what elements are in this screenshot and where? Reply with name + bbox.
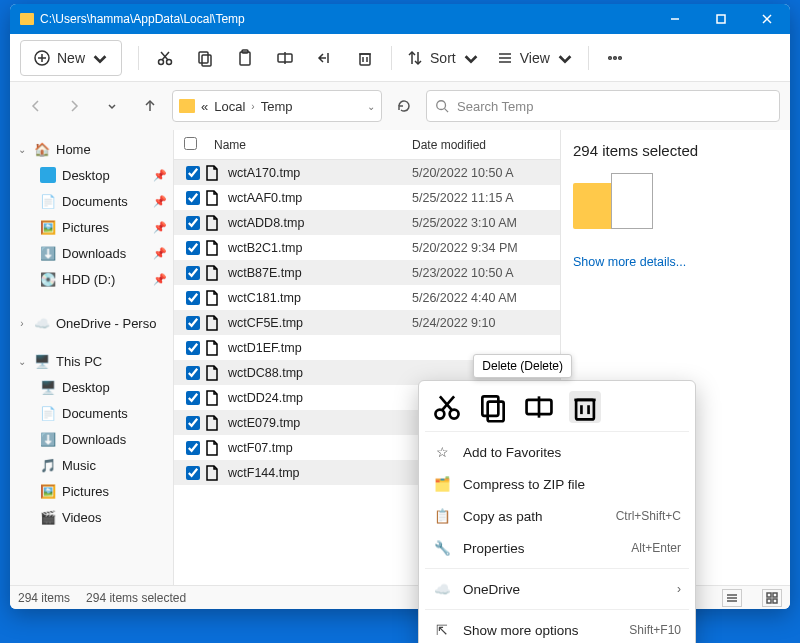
svg-point-30 (437, 101, 446, 110)
music-icon: 🎵 (40, 457, 56, 473)
context-menu: ☆Add to Favorites 🗂️Compress to ZIP file… (418, 380, 696, 643)
table-row[interactable]: wctCF5E.tmp 5/24/2022 9:10 (174, 310, 560, 335)
table-row[interactable]: wctB2C1.tmp 5/20/2022 9:34 PM (174, 235, 560, 260)
row-checkbox[interactable] (186, 441, 200, 455)
sidebar-item-documents[interactable]: 📄Documents📌 (10, 188, 173, 214)
file-icon (202, 215, 222, 231)
sidebar-item-pc-music[interactable]: 🎵Music (10, 452, 173, 478)
ctx-cut-button[interactable] (431, 391, 463, 423)
videos-icon: 🎬 (40, 509, 56, 525)
new-button[interactable]: New (20, 40, 122, 76)
pin-icon: 📌 (153, 221, 167, 234)
table-row[interactable]: wctADD8.tmp 5/25/2022 3:10 AM (174, 210, 560, 235)
maximize-button[interactable] (698, 4, 744, 34)
row-checkbox[interactable] (186, 266, 200, 280)
sidebar-item-pc-desktop[interactable]: 🖥️Desktop (10, 374, 173, 400)
search-input[interactable]: Search Temp (426, 90, 780, 122)
file-name: wctCF5E.tmp (222, 316, 412, 330)
folder-icon (179, 99, 195, 113)
cut-button[interactable] (145, 40, 185, 76)
file-name: wctAAF0.tmp (222, 191, 412, 205)
more-options-icon: ⇱ (433, 621, 451, 639)
row-checkbox[interactable] (186, 341, 200, 355)
file-name: wctE079.tmp (222, 416, 412, 430)
rename-button[interactable] (265, 40, 305, 76)
sidebar-item-pc-documents[interactable]: 📄Documents (10, 400, 173, 426)
more-button[interactable] (595, 40, 635, 76)
address-bar[interactable]: « Local › Temp ⌄ (172, 90, 382, 122)
svg-rect-43 (482, 396, 498, 416)
row-checkbox[interactable] (186, 166, 200, 180)
ctx-properties[interactable]: 🔧PropertiesAlt+Enter (425, 532, 689, 564)
row-checkbox[interactable] (186, 291, 200, 305)
file-name: wctB87E.tmp (222, 266, 412, 280)
up-button[interactable] (134, 90, 166, 122)
ctx-rename-button[interactable] (523, 391, 555, 423)
thumbnails-view-icon[interactable] (762, 589, 782, 607)
table-row[interactable]: wctB87E.tmp 5/23/2022 10:50 A (174, 260, 560, 285)
breadcrumb-current[interactable]: Temp (261, 99, 293, 114)
pc-icon: 🖥️ (34, 353, 50, 369)
minimize-button[interactable] (652, 4, 698, 34)
details-view-icon[interactable] (722, 589, 742, 607)
sidebar-item-thispc[interactable]: ⌄🖥️This PC (10, 348, 173, 374)
folder-icon (20, 13, 34, 25)
table-row[interactable]: wctAAF0.tmp 5/25/2022 11:15 A (174, 185, 560, 210)
close-button[interactable] (744, 4, 790, 34)
sidebar-item-downloads[interactable]: ⬇️Downloads📌 (10, 240, 173, 266)
row-checkbox[interactable] (186, 216, 200, 230)
pin-icon: 📌 (153, 247, 167, 260)
breadcrumb-parent[interactable]: Local (214, 99, 245, 114)
row-checkbox[interactable] (186, 391, 200, 405)
forward-button[interactable] (58, 90, 90, 122)
file-icon (202, 340, 222, 356)
ctx-add-favorites[interactable]: ☆Add to Favorites (425, 436, 689, 468)
row-checkbox[interactable] (186, 191, 200, 205)
row-checkbox[interactable] (186, 316, 200, 330)
copy-button[interactable] (185, 40, 225, 76)
column-name[interactable]: Name (208, 138, 412, 152)
show-more-details[interactable]: Show more details... (573, 255, 778, 269)
sort-button[interactable]: Sort (398, 40, 488, 76)
share-button[interactable] (305, 40, 345, 76)
sidebar-item-pc-pictures[interactable]: 🖼️Pictures (10, 478, 173, 504)
ctx-copy-button[interactable] (477, 391, 509, 423)
refresh-button[interactable] (388, 90, 420, 122)
chevron-down-icon[interactable]: ⌄ (367, 101, 375, 112)
back-button[interactable] (20, 90, 52, 122)
row-checkbox[interactable] (186, 416, 200, 430)
ctx-compress-zip[interactable]: 🗂️Compress to ZIP file (425, 468, 689, 500)
sidebar-item-pc-videos[interactable]: 🎬Videos (10, 504, 173, 530)
file-date: 5/25/2022 3:10 AM (412, 216, 560, 230)
column-date[interactable]: Date modified (412, 138, 560, 152)
delete-button[interactable] (345, 40, 385, 76)
sidebar-item-desktop[interactable]: Desktop📌 (10, 162, 173, 188)
ctx-show-more[interactable]: ⇱Show more optionsShift+F10 (425, 614, 689, 643)
row-checkbox[interactable] (186, 466, 200, 480)
sidebar-item-pc-downloads[interactable]: ⬇️Downloads (10, 426, 173, 452)
search-placeholder: Search Temp (457, 99, 533, 114)
documents-icon: 📄 (40, 193, 56, 209)
ctx-delete-button[interactable] (569, 391, 601, 423)
sidebar-item-onedrive[interactable]: ›☁️OneDrive - Perso (10, 310, 173, 336)
sidebar-item-pictures[interactable]: 🖼️Pictures📌 (10, 214, 173, 240)
select-all-checkbox[interactable] (184, 137, 197, 150)
svg-rect-11 (199, 52, 208, 63)
documents-icon: 📄 (40, 405, 56, 421)
table-row[interactable]: wctC181.tmp 5/26/2022 4:40 AM (174, 285, 560, 310)
file-icon (202, 440, 222, 456)
sidebar-item-hdd[interactable]: 💽HDD (D:)📌 (10, 266, 173, 292)
history-button[interactable] (96, 90, 128, 122)
row-checkbox[interactable] (186, 366, 200, 380)
sidebar-item-home[interactable]: ⌄🏠Home (10, 136, 173, 162)
paste-button[interactable] (225, 40, 265, 76)
ctx-copy-path[interactable]: 📋Copy as pathCtrl+Shift+C (425, 500, 689, 532)
chevron-right-icon: › (677, 582, 681, 596)
table-row[interactable]: wctA170.tmp 5/20/2022 10:50 A (174, 160, 560, 185)
view-button[interactable]: View (488, 40, 582, 76)
title-bar[interactable]: C:\Users\hamma\AppData\Local\Temp (10, 4, 790, 34)
desktop-icon: 🖥️ (40, 379, 56, 395)
svg-rect-37 (767, 599, 771, 603)
row-checkbox[interactable] (186, 241, 200, 255)
ctx-onedrive[interactable]: ☁️OneDrive› (425, 573, 689, 605)
